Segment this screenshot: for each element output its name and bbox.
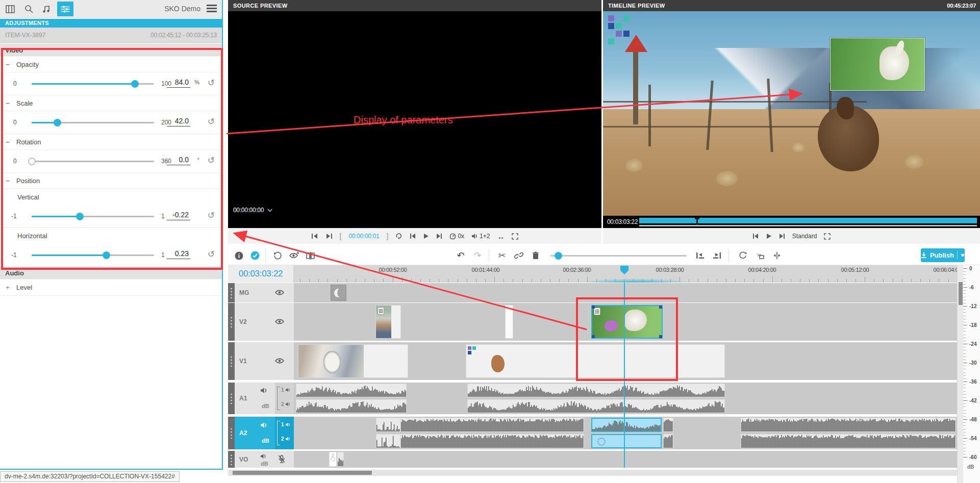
link-icon[interactable] bbox=[512, 249, 525, 262]
split-clip-icon[interactable] bbox=[770, 249, 784, 262]
jump-prev-edit-icon[interactable] bbox=[693, 249, 707, 262]
track-lane-a1[interactable] bbox=[294, 383, 957, 414]
track-header-mg[interactable]: MG bbox=[228, 283, 294, 302]
track-drag-handle[interactable] bbox=[228, 417, 235, 449]
scale-slider[interactable] bbox=[32, 122, 154, 123]
jump-next-edit-icon[interactable] bbox=[710, 249, 723, 262]
selected-audio-clip-loading[interactable] bbox=[591, 434, 662, 448]
rotation-slider[interactable] bbox=[32, 161, 154, 162]
track-lane-v2[interactable] bbox=[294, 303, 957, 341]
video-clip[interactable] bbox=[466, 344, 725, 378]
approve-icon[interactable] bbox=[248, 249, 262, 262]
play-icon[interactable] bbox=[766, 233, 772, 239]
skip-start-icon[interactable] bbox=[410, 233, 416, 239]
playhead-timecode[interactable]: 00:03:03:22 bbox=[228, 265, 293, 283]
track-lane-mg[interactable] bbox=[294, 283, 957, 302]
track-drag-handle[interactable] bbox=[228, 342, 235, 380]
preview-playhead-marker[interactable] bbox=[696, 218, 698, 225]
mic-muted-icon[interactable] bbox=[278, 455, 285, 466]
mark-out-icon[interactable] bbox=[325, 233, 333, 239]
skip-end-icon[interactable] bbox=[779, 233, 785, 239]
track-header-a2[interactable]: A2 dB 1 2 bbox=[228, 417, 294, 449]
reset-icon[interactable]: ↺ bbox=[208, 211, 215, 221]
selection-handle[interactable] bbox=[592, 335, 595, 338]
preview-eye-icon[interactable] bbox=[287, 249, 300, 262]
zoom-slider-thumb[interactable] bbox=[555, 252, 562, 260]
collapse-icon[interactable]: − bbox=[4, 173, 11, 189]
selection-handle[interactable] bbox=[592, 306, 595, 309]
position-row-label[interactable]: −Position bbox=[0, 173, 222, 189]
selection-handle[interactable] bbox=[659, 306, 662, 309]
search-icon[interactable] bbox=[20, 2, 37, 16]
reset-icon[interactable]: ↺ bbox=[208, 156, 215, 166]
track-drag-handle[interactable] bbox=[228, 383, 235, 414]
reset-icon[interactable]: ↺ bbox=[208, 117, 215, 127]
audio-effects-icon[interactable] bbox=[39, 2, 55, 16]
db-automation-toggle[interactable]: dB bbox=[261, 461, 268, 467]
delete-icon[interactable] bbox=[529, 249, 542, 262]
source-timecode[interactable]: 00:00:00:00 bbox=[233, 207, 272, 214]
audio-clip[interactable] bbox=[376, 434, 400, 448]
timeline-horizontal-scrollbar[interactable] bbox=[228, 470, 957, 476]
expand-icon[interactable]: + bbox=[4, 279, 11, 296]
speaker-icon[interactable] bbox=[260, 421, 268, 430]
redo-icon[interactable]: ↷ bbox=[471, 249, 484, 262]
snap-icon[interactable] bbox=[736, 249, 749, 262]
audio-clip[interactable] bbox=[741, 418, 956, 432]
video-clip[interactable] bbox=[298, 344, 408, 378]
horizontal-slider[interactable] bbox=[32, 255, 154, 256]
timeline-vertical-scrollbar[interactable] bbox=[957, 265, 963, 483]
audio-clip[interactable] bbox=[400, 418, 584, 432]
track-header-v2[interactable]: V2 bbox=[228, 303, 294, 341]
speaker-icon[interactable] bbox=[260, 452, 267, 461]
selected-audio-clip[interactable] bbox=[591, 418, 662, 432]
vertical-slider[interactable] bbox=[32, 216, 154, 217]
audio-clip[interactable] bbox=[467, 384, 725, 397]
audio-clip[interactable] bbox=[467, 399, 725, 413]
visibility-eye-icon[interactable] bbox=[275, 318, 284, 327]
timeline-playhead-line[interactable] bbox=[624, 283, 625, 468]
channel-2[interactable]: 2 bbox=[281, 436, 291, 442]
vertical-value-input[interactable]: -0.22 bbox=[167, 211, 190, 220]
fullscreen-icon[interactable] bbox=[824, 233, 831, 240]
channel-1[interactable]: 1 bbox=[281, 387, 291, 393]
audio-channels[interactable]: 1+2 bbox=[471, 233, 490, 240]
media-bin-icon[interactable] bbox=[2, 2, 18, 16]
quality-selector[interactable]: Standard bbox=[792, 233, 817, 240]
voiceover-clip[interactable] bbox=[337, 452, 344, 467]
track-lane-vo[interactable]: 2 bbox=[294, 451, 957, 468]
track-lane-v1[interactable] bbox=[294, 342, 957, 380]
playhead-marker[interactable] bbox=[620, 266, 629, 274]
mark-in-timecode[interactable]: 00:00:00:01 bbox=[348, 233, 379, 240]
skip-end-icon[interactable] bbox=[436, 233, 442, 239]
timeline-preview-video[interactable] bbox=[603, 11, 980, 216]
video-clip[interactable] bbox=[375, 305, 401, 339]
track-header-v1[interactable]: V1 bbox=[228, 342, 294, 380]
scale-value-input[interactable]: 42.0 bbox=[167, 117, 190, 126]
reset-icon[interactable]: ↺ bbox=[208, 78, 215, 88]
fullscreen-icon[interactable] bbox=[512, 233, 518, 240]
collapse-icon[interactable]: − bbox=[4, 134, 11, 150]
rotation-value-input[interactable]: 0.0 bbox=[167, 156, 190, 165]
db-automation-toggle[interactable]: dB bbox=[262, 438, 269, 444]
skip-start-icon[interactable] bbox=[752, 233, 759, 239]
preview-progress-bar[interactable] bbox=[639, 218, 977, 223]
voiceover-clip-loading[interactable]: 2 bbox=[329, 452, 337, 467]
item-row[interactable]: ITEM-VX-3897 00:02:45:12 - 00:03:25:13 bbox=[0, 28, 222, 43]
graphic-clip[interactable] bbox=[331, 285, 346, 301]
info-icon[interactable] bbox=[232, 249, 245, 262]
selected-video-clip[interactable] bbox=[591, 305, 663, 339]
scale-row-label[interactable]: −Scale bbox=[0, 95, 222, 111]
audio-clip[interactable] bbox=[400, 434, 584, 448]
speaker-icon[interactable] bbox=[260, 387, 268, 396]
track-header-a1[interactable]: A1 dB 1 2 bbox=[228, 383, 294, 414]
rotation-row-label[interactable]: −Rotation bbox=[0, 134, 222, 150]
audio-clip[interactable] bbox=[376, 418, 400, 432]
playback-speed[interactable]: 0x bbox=[449, 233, 464, 240]
reset-icon[interactable]: ↺ bbox=[208, 249, 215, 260]
play-icon[interactable] bbox=[423, 233, 429, 239]
adjustments-tab-icon[interactable] bbox=[57, 2, 73, 16]
timeline-ruler[interactable]: 00:00:52:00 00:01:44:00 00:02:36:00 00:0… bbox=[294, 265, 957, 283]
opacity-row-label[interactable]: −Opacity bbox=[0, 57, 222, 72]
loop-icon[interactable] bbox=[395, 233, 403, 239]
